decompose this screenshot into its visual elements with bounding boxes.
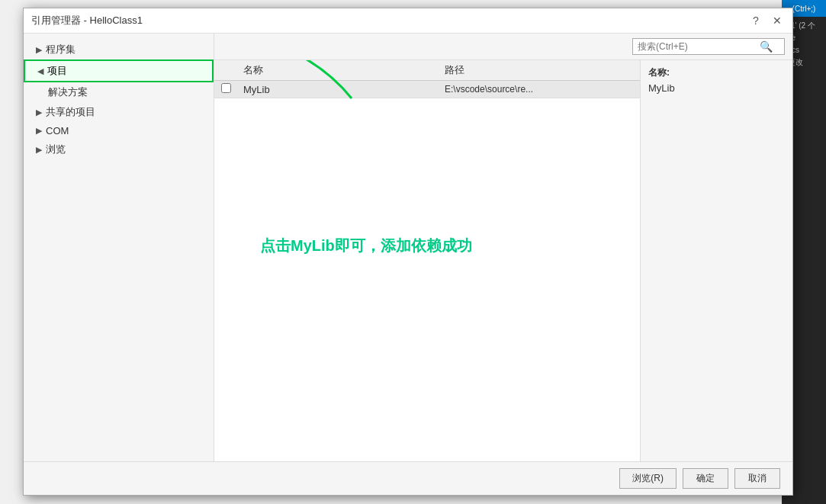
annotation-text: 点击MyLib即可，添加依赖成功 bbox=[260, 236, 472, 256]
sidebar-item-shared-label: 共享的项目 bbox=[46, 105, 95, 119]
table-empty: 点击MyLib即可，添加依赖成功 bbox=[214, 98, 640, 461]
detail-value: MyLib bbox=[648, 82, 785, 94]
td-mylib-name: MyLib bbox=[237, 84, 439, 95]
bottom-bar: 浏览(R) 确定 取消 bbox=[24, 461, 792, 495]
sidebar-item-project-label: 项目 bbox=[47, 64, 67, 78]
cancel-button[interactable]: 取消 bbox=[734, 468, 780, 489]
sidebar-item-browse-label: 浏览 bbox=[46, 143, 66, 156]
reference-manager-dialog: 引用管理器 - HelloClass1 ? ✕ ▶ 程序集 ◀ 项目 解决方案 bbox=[23, 8, 793, 496]
search-box: 🔍 bbox=[632, 38, 785, 55]
table-row[interactable]: MyLib E:\vscode\source\re... bbox=[214, 81, 640, 98]
editor-ctrl-label: (Ctrl+;) bbox=[792, 5, 816, 13]
browse-button[interactable]: 浏览(R) bbox=[619, 468, 677, 489]
th-name: 名称 bbox=[237, 63, 439, 77]
help-button[interactable]: ? bbox=[748, 13, 763, 28]
close-button[interactable]: ✕ bbox=[770, 13, 785, 28]
sidebar-item-browse[interactable]: ▶ 浏览 bbox=[24, 140, 214, 159]
main-content: ▶ 程序集 ◀ 项目 解决方案 ▶ 共享的项目 ▶ COM bbox=[24, 34, 792, 461]
detail-panel: 名称: MyLib bbox=[640, 60, 792, 461]
search-icon[interactable]: 🔍 bbox=[760, 40, 773, 53]
sidebar-item-com[interactable]: ▶ COM bbox=[24, 122, 214, 140]
title-bar: 引用管理器 - HelloClass1 ? ✕ bbox=[24, 8, 792, 34]
sidebar-item-project[interactable]: ◀ 项目 bbox=[24, 59, 214, 82]
td-mylib-path: E:\vscode\source\re... bbox=[439, 84, 640, 95]
sidebar: ▶ 程序集 ◀ 项目 解决方案 ▶ 共享的项目 ▶ COM bbox=[24, 34, 214, 461]
sidebar-item-assemblies[interactable]: ▶ 程序集 bbox=[24, 40, 214, 59]
title-controls: ? ✕ bbox=[748, 13, 785, 28]
sidebar-item-solution[interactable]: 解决方案 bbox=[24, 82, 214, 102]
th-check bbox=[214, 63, 237, 77]
search-input[interactable] bbox=[638, 41, 760, 52]
content-split: 名称 路径 MyLib E:\vscode\source\re... bbox=[214, 60, 792, 461]
expand-arrow-browse: ▶ bbox=[36, 145, 42, 155]
detail-label: 名称: bbox=[648, 66, 785, 79]
sidebar-item-assemblies-label: 程序集 bbox=[46, 43, 76, 56]
expand-arrow-assemblies: ▶ bbox=[36, 45, 42, 55]
mylib-checkbox[interactable] bbox=[221, 83, 231, 93]
sidebar-item-com-label: COM bbox=[46, 125, 69, 136]
table-header: 名称 路径 bbox=[214, 60, 640, 81]
right-panel: 🔍 名称 路径 bbox=[214, 34, 792, 461]
expand-arrow-project: ◀ bbox=[37, 66, 43, 76]
sidebar-item-solution-label: 解决方案 bbox=[48, 85, 88, 99]
th-path: 路径 bbox=[439, 63, 640, 77]
sidebar-item-shared[interactable]: ▶ 共享的项目 bbox=[24, 102, 214, 122]
dialog-title: 引用管理器 - HelloClass1 bbox=[31, 14, 143, 27]
expand-arrow-shared: ▶ bbox=[36, 108, 42, 117]
table-area: 名称 路径 MyLib E:\vscode\source\re... bbox=[214, 60, 640, 461]
td-check[interactable] bbox=[214, 83, 237, 95]
ok-button[interactable]: 确定 bbox=[683, 468, 728, 489]
expand-arrow-com: ▶ bbox=[36, 126, 42, 136]
search-row: 🔍 bbox=[214, 34, 792, 60]
